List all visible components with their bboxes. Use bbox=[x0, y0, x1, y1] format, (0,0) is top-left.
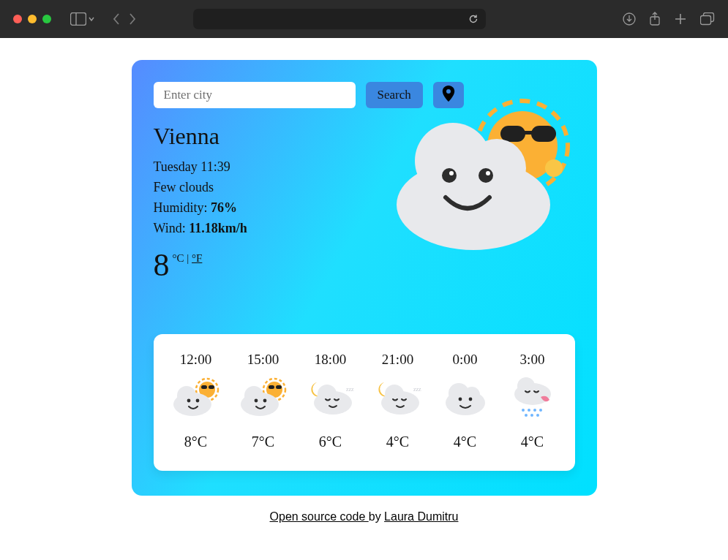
humidity-label: Humidity: bbox=[154, 200, 211, 215]
forecast-item: 12:00 8°C bbox=[162, 352, 230, 450]
few-clouds-day-icon bbox=[170, 375, 222, 419]
address-bar[interactable] bbox=[193, 9, 486, 29]
forecast-time: 12:00 bbox=[162, 352, 230, 368]
current-weather-icon bbox=[387, 88, 581, 256]
current-datetime: Tuesday 11:39 bbox=[154, 157, 364, 178]
svg-point-27 bbox=[187, 398, 190, 402]
cloudy-icon bbox=[440, 375, 491, 419]
close-window-button[interactable] bbox=[13, 15, 22, 23]
forecast-strip: 12:00 8°C15:00 7°C18:00 zzz 6°C21:00 bbox=[154, 334, 575, 471]
forecast-time: 3:00 bbox=[499, 352, 566, 368]
svg-rect-13 bbox=[524, 131, 533, 135]
svg-point-26 bbox=[177, 386, 196, 405]
humidity-value: 76% bbox=[211, 200, 237, 215]
svg-point-17 bbox=[442, 168, 457, 183]
svg-point-19 bbox=[449, 171, 454, 175]
forecast-time: 18:00 bbox=[297, 352, 364, 368]
forecast-temp: 6°C bbox=[297, 434, 364, 450]
svg-point-46 bbox=[458, 397, 462, 401]
new-tab-icon[interactable] bbox=[674, 12, 687, 26]
forecast-item: 15:00 7°C bbox=[230, 352, 297, 450]
unit-separator: | bbox=[184, 252, 192, 264]
temperature-value: 8 bbox=[154, 249, 170, 281]
forecast-time: 21:00 bbox=[364, 352, 432, 368]
svg-point-16 bbox=[468, 139, 526, 197]
forecast-time: 0:00 bbox=[432, 352, 499, 368]
page-content: Search Vienna Tuesday 11:39 Few clouds H… bbox=[0, 38, 728, 523]
cloud-sleeping-moon-icon: zzz bbox=[372, 375, 424, 419]
svg-point-34 bbox=[244, 386, 263, 405]
svg-point-36 bbox=[263, 398, 266, 402]
svg-point-51 bbox=[528, 409, 530, 412]
wind-label: Wind: bbox=[154, 221, 189, 235]
footer: Open source code by Laura Dumitru bbox=[270, 510, 459, 523]
forecast-temp: 8°C bbox=[162, 434, 230, 450]
forecast-temp: 4°C bbox=[432, 434, 499, 450]
forward-button[interactable] bbox=[127, 12, 138, 26]
city-search-input[interactable] bbox=[154, 82, 356, 108]
cloud-sleeping-moon-icon: zzz bbox=[305, 375, 356, 419]
svg-point-45 bbox=[464, 387, 480, 403]
svg-point-50 bbox=[522, 409, 525, 412]
source-code-link[interactable]: Open source code bbox=[270, 510, 369, 523]
temperature-display: 8 °C | °F bbox=[154, 249, 364, 281]
forecast-item: 18:00 zzz 6°C bbox=[297, 352, 364, 450]
city-name: Vienna bbox=[154, 123, 364, 150]
forecast-time: 15:00 bbox=[230, 352, 297, 368]
svg-text:zzz: zzz bbox=[413, 386, 421, 393]
wind-value: 11.18km/h bbox=[189, 221, 247, 235]
window-controls bbox=[13, 15, 51, 23]
svg-point-35 bbox=[254, 398, 258, 402]
svg-point-55 bbox=[530, 414, 533, 417]
maximize-window-button[interactable] bbox=[42, 15, 51, 23]
unit-fahrenheit-link[interactable]: °F bbox=[192, 252, 202, 264]
svg-point-56 bbox=[536, 414, 539, 417]
rain-icon bbox=[507, 375, 558, 419]
humidity-row: Humidity: 76% bbox=[154, 198, 364, 219]
forecast-item: 0:00 4°C bbox=[432, 352, 499, 450]
unit-celsius-link[interactable]: °C bbox=[173, 252, 184, 264]
minimize-window-button[interactable] bbox=[28, 15, 37, 23]
browser-chrome bbox=[0, 0, 728, 38]
svg-rect-0 bbox=[71, 13, 86, 26]
downloads-icon[interactable] bbox=[623, 12, 636, 26]
back-button[interactable] bbox=[111, 12, 121, 26]
svg-point-20 bbox=[486, 171, 490, 175]
weather-card: Search Vienna Tuesday 11:39 Few clouds H… bbox=[132, 60, 597, 496]
svg-rect-23 bbox=[201, 385, 207, 389]
svg-rect-5 bbox=[701, 16, 711, 25]
svg-rect-31 bbox=[269, 385, 274, 389]
svg-point-54 bbox=[525, 414, 528, 417]
forecast-temp: 4°C bbox=[499, 434, 566, 450]
svg-rect-11 bbox=[500, 126, 525, 142]
forecast-item: 3:00 4°C bbox=[499, 352, 566, 450]
share-icon[interactable] bbox=[649, 12, 661, 26]
svg-rect-24 bbox=[209, 385, 214, 389]
wind-row: Wind: 11.18km/h bbox=[154, 219, 364, 239]
svg-point-10 bbox=[545, 159, 563, 177]
svg-point-52 bbox=[533, 409, 536, 412]
svg-point-18 bbox=[479, 168, 493, 183]
author-link[interactable]: Laura Dumitru bbox=[384, 510, 458, 523]
forecast-item: 21:00 zzz 4°C bbox=[364, 352, 432, 450]
svg-rect-12 bbox=[531, 126, 556, 142]
forecast-temp: 7°C bbox=[230, 434, 297, 450]
tab-overview-icon[interactable] bbox=[700, 12, 715, 26]
svg-point-47 bbox=[468, 397, 472, 401]
svg-point-53 bbox=[539, 409, 542, 412]
svg-text:zzz: zzz bbox=[346, 386, 354, 393]
few-clouds-day-icon bbox=[238, 375, 289, 419]
svg-point-28 bbox=[195, 398, 199, 402]
footer-by: by bbox=[369, 510, 384, 523]
current-description: Few clouds bbox=[154, 178, 364, 198]
forecast-temp: 4°C bbox=[364, 434, 432, 450]
svg-rect-32 bbox=[276, 385, 282, 389]
reload-icon[interactable] bbox=[468, 14, 479, 24]
sidebar-toggle-button[interactable] bbox=[70, 12, 95, 26]
